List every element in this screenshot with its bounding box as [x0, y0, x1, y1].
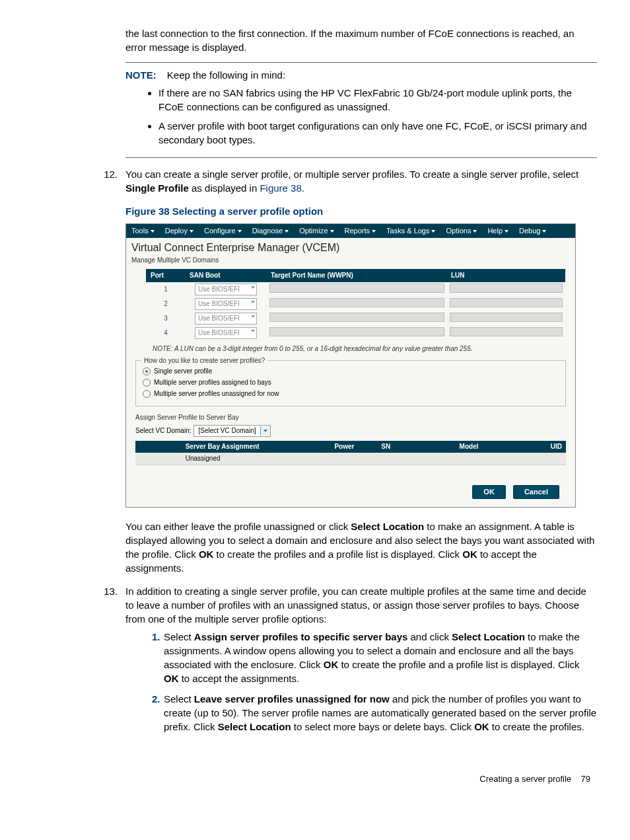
domain-value: [Select VC Domain]	[194, 426, 260, 436]
figure-38: Tools Deploy Configure Diagnose Optimize…	[125, 223, 576, 508]
dropdown-value: Use BIOS/EFI	[198, 300, 240, 307]
sanboot-select[interactable]: Use BIOS/EFI	[195, 298, 257, 310]
text: .	[302, 182, 304, 194]
menu-deploy[interactable]: Deploy	[160, 224, 199, 238]
app-title: Virtual Connect Enterprise Manager (VCEM…	[126, 238, 575, 255]
domain-select[interactable]: [Select VC Domain]	[193, 425, 270, 437]
col-blank	[135, 441, 182, 453]
chevron-down-icon	[151, 230, 155, 233]
chevron-down-icon	[285, 230, 289, 233]
note-label: NOTE:	[125, 69, 157, 81]
step-number: 12.	[99, 167, 118, 195]
port-cell: 3	[147, 311, 186, 326]
table-row: 3 Use BIOS/EFI	[147, 311, 565, 326]
page-number: 79	[581, 774, 590, 784]
bold-text: Leave server profiles unassigned for now	[194, 693, 390, 705]
step-13: 13. In addition to creating a single ser…	[33, 584, 597, 740]
text: to select more bays or delete bays. Clic…	[294, 721, 474, 732]
cancel-button[interactable]: Cancel	[513, 485, 559, 499]
wwpn-input[interactable]	[269, 327, 444, 336]
menu-label: Help	[487, 227, 503, 235]
chevron-down-icon	[473, 230, 477, 233]
page-footer: Creating a server profile 79	[33, 773, 590, 785]
table-row: 1 Use BIOS/EFI	[147, 282, 565, 297]
menu-tools[interactable]: Tools	[126, 224, 160, 238]
text: In addition to creating a single server …	[125, 584, 597, 626]
menu-help[interactable]: Help	[482, 224, 514, 238]
fieldset-legend: How do you like to create server profile…	[141, 356, 267, 365]
radio-multiple-assigned[interactable]: Multiple server profiles assigned to bay…	[143, 378, 559, 387]
menu-label: Tasks & Logs	[386, 227, 429, 235]
button-row: OK Cancel	[126, 465, 575, 507]
assign-section-label: Assign Server Profile to Server Bay	[135, 413, 575, 422]
bold-text: OK	[462, 549, 477, 560]
wwpn-input[interactable]	[269, 298, 444, 307]
sub-step-1: 1. Select Assign server profiles to spec…	[152, 630, 597, 685]
chevron-down-icon	[542, 230, 546, 233]
menu-debug[interactable]: Debug	[514, 224, 551, 238]
bold-text: Select Location	[218, 721, 291, 732]
radio-label: Single server profile	[154, 367, 212, 376]
port-cell: 2	[147, 297, 186, 311]
menu-label: Debug	[519, 227, 540, 235]
domain-label: Select VC Domain:	[135, 426, 191, 436]
assignment-table: Server Bay Assignment Power SN Model UID…	[135, 441, 566, 465]
text: You can either leave the profile unassig…	[125, 521, 351, 532]
menu-label: Tools	[131, 227, 149, 235]
text: You can create a single server profile, …	[125, 169, 578, 180]
menu-tasks[interactable]: Tasks & Logs	[381, 224, 440, 238]
sanboot-select[interactable]: Use BIOS/EFI	[195, 284, 257, 295]
dropdown-value: Use BIOS/EFI	[198, 286, 240, 293]
chevron-down-icon	[251, 330, 255, 332]
chevron-down-icon	[372, 230, 376, 233]
radio-label: Multiple server profiles assigned to bay…	[154, 378, 271, 387]
col-model: Model	[456, 441, 547, 453]
bold-text: Select Location	[351, 521, 424, 532]
port-cell: 4	[147, 326, 186, 340]
menu-optimize[interactable]: Optimize	[294, 224, 339, 238]
radio-label: Multiple server profiles unassigned for …	[154, 389, 279, 399]
lun-input[interactable]	[450, 327, 563, 336]
radio-single-profile[interactable]: Single server profile	[143, 367, 559, 376]
sub-number: 1.	[152, 630, 164, 685]
menu-configure[interactable]: Configure	[199, 224, 247, 238]
chevron-down-icon	[238, 230, 242, 233]
bold-text: Single Profile	[125, 182, 189, 194]
wwpn-input[interactable]	[269, 313, 444, 322]
chevron-down-icon	[251, 301, 255, 303]
wwpn-input[interactable]	[269, 284, 444, 293]
text: Select	[164, 693, 194, 705]
radio-icon	[143, 379, 151, 387]
chevron-down-icon	[330, 230, 334, 233]
lun-input[interactable]	[450, 313, 563, 322]
sanboot-select[interactable]: Use BIOS/EFI	[195, 327, 257, 339]
figure-link[interactable]: Figure 38	[260, 182, 301, 194]
chevron-down-icon	[190, 230, 193, 233]
lun-input[interactable]	[450, 298, 563, 307]
table-row: Unassigned	[135, 453, 566, 465]
sanboot-select[interactable]: Use BIOS/EFI	[195, 313, 257, 325]
lun-input[interactable]	[450, 284, 563, 293]
note-item: A server profile with boot target config…	[158, 119, 597, 147]
radio-multiple-unassigned[interactable]: Multiple server profiles unassigned for …	[143, 389, 559, 399]
menu-options[interactable]: Options	[440, 224, 482, 238]
port-table: Port SAN Boot Target Port Name (WWPN) LU…	[146, 269, 565, 340]
text: to create the profiles.	[492, 721, 584, 732]
note-item: If there are no SAN fabrics using the HP…	[158, 86, 597, 114]
step-body: You can create a single server profile, …	[125, 167, 597, 195]
menu-diagnose[interactable]: Diagnose	[247, 224, 294, 238]
menu-reports[interactable]: Reports	[339, 224, 382, 238]
intro-paragraph: the last connection to the first connect…	[125, 26, 597, 54]
figure-caption: Figure 38 Selecting a server profile opt…	[125, 204, 597, 218]
menu-label: Diagnose	[252, 227, 283, 235]
radio-icon	[143, 390, 151, 398]
col-port: Port	[147, 269, 186, 282]
bold-text: OK	[164, 673, 179, 684]
step-12: 12. You can create a single server profi…	[33, 167, 597, 195]
menu-label: Optimize	[299, 227, 328, 235]
ok-button[interactable]: OK	[472, 485, 506, 499]
chevron-down-icon	[431, 230, 435, 233]
menu-label: Reports	[345, 227, 370, 235]
post-figure-text: You can either leave the profile unassig…	[125, 519, 597, 575]
text: as displayed in	[192, 182, 260, 194]
